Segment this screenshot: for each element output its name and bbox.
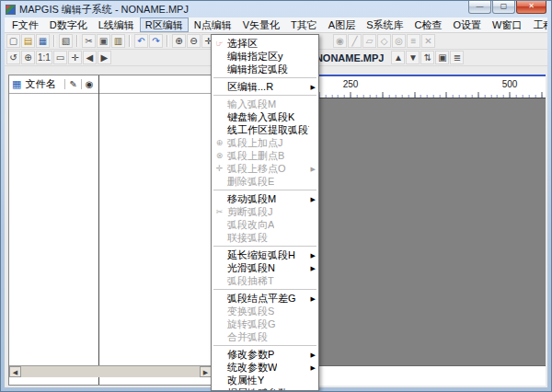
window-controls: —▢✕ <box>467 1 546 14</box>
zoom-in-tool-icon[interactable]: ⊕ <box>21 51 35 64</box>
menu-item-label: 剪断弧段J <box>227 205 273 219</box>
visibility-icon[interactable]: ◉ <box>81 79 98 89</box>
menu-item-label: 弧段上删点B <box>227 149 284 163</box>
menubar-item[interactable]: R区编辑 <box>140 17 189 32</box>
menu-separator <box>213 345 316 346</box>
attribute-icon: ≡ <box>407 34 420 48</box>
menubar-item[interactable]: L线编辑 <box>93 17 140 32</box>
menu-separator <box>213 77 316 78</box>
menu-item[interactable]: 据属性赋参数 <box>212 386 318 391</box>
menu-item[interactable]: 修改参数P▶ <box>212 348 318 361</box>
menubar-item[interactable]: N点编辑 <box>189 17 237 32</box>
pan-hand-icon[interactable]: ✛ <box>68 51 82 64</box>
column-divider <box>98 75 99 385</box>
zoom-out-icon[interactable]: ⊖ <box>187 34 201 48</box>
submenu-arrow-icon: ▶ <box>311 265 316 271</box>
redo-icon[interactable]: ↷ <box>149 34 163 48</box>
menu-item[interactable]: 编辑指定弧段 <box>212 63 318 75</box>
prev-view-icon[interactable]: ◀ <box>83 51 97 64</box>
menu-item-label: 统改参数W <box>227 361 277 375</box>
submenu-arrow-icon: ▶ <box>311 252 316 259</box>
minimize-button[interactable]: — <box>468 1 491 14</box>
project-title: NONAME.MPJ <box>316 52 385 63</box>
menubar-item[interactable]: S系统库 <box>361 17 408 32</box>
menu-separator <box>213 95 316 96</box>
open-file-icon[interactable]: ▤ <box>21 34 35 48</box>
undo-icon[interactable]: ↶ <box>134 34 148 48</box>
swap-layer-icon[interactable]: ⇅ <box>420 51 434 64</box>
scrollbar-track[interactable] <box>21 366 200 377</box>
paste-icon[interactable]: ▥ <box>111 34 125 48</box>
print-icon[interactable]: ▧ <box>59 34 73 48</box>
menubar-item[interactable]: V矢量化 <box>237 17 285 32</box>
menu-item[interactable]: 改属性Y <box>212 374 318 386</box>
titlebar[interactable]: MAPGIS 编辑子系统 - NONAME.MPJ —▢✕ <box>1 1 551 17</box>
move-point-icon: ✛ <box>212 164 227 173</box>
menubar-item[interactable]: T其它 <box>285 17 323 32</box>
cut-icon[interactable]: ✂ <box>82 34 96 48</box>
file-name-column-header[interactable]: 文件名 <box>25 77 55 91</box>
zoom-in-icon[interactable]: ⊕ <box>172 34 186 48</box>
restore-view-icon[interactable]: ↺ <box>6 51 20 64</box>
menu-item[interactable]: 线工作区提取弧段T <box>212 123 318 136</box>
close-button[interactable]: ✕ <box>516 1 546 14</box>
submenu-arrow-icon: ▶ <box>311 352 316 358</box>
menu-item-label: 线工作区提取弧段T <box>227 123 309 137</box>
project-tree-icon: ▦ <box>12 78 21 90</box>
menubar-item[interactable]: W窗口 <box>487 17 527 32</box>
menubar-item[interactable]: O设置 <box>447 17 487 32</box>
menu-item-label: 修改参数P <box>227 348 274 362</box>
project-bar: NONAME.MPJ ▲▼⇅▣≣ <box>316 51 465 64</box>
copy-icon[interactable]: ▣ <box>97 34 110 48</box>
menu-item[interactable]: 区编辑...R▶ <box>212 80 318 93</box>
menu-item[interactable]: 统改参数W▶ <box>212 361 318 374</box>
menubar-item[interactable]: F文件 <box>6 17 44 32</box>
file-list-header: ▦ 文件名 ✎ ◉ <box>9 75 212 94</box>
node-edit-icon: ◇ <box>377 34 391 48</box>
submenu-arrow-icon: ▶ <box>311 196 316 202</box>
layer-up-icon[interactable]: ▲ <box>391 51 405 64</box>
menu-item: 删除弧段E <box>212 175 318 188</box>
menu-item[interactable]: 延长缩短弧段H▶ <box>212 248 318 261</box>
menubar-item[interactable]: D数字化 <box>44 17 93 32</box>
menu-item[interactable]: ☞选择区 <box>212 37 318 50</box>
menu-item: 旋转弧段G <box>212 317 318 330</box>
app-logo-icon <box>6 5 16 15</box>
menu-item[interactable]: 编辑指定区y <box>212 50 318 63</box>
scroll-left-icon[interactable]: ◀ <box>9 366 21 377</box>
input-point-icon: ◉ <box>333 34 347 48</box>
toolbar-top-right: ◉╱▱◇◎≡✕ <box>333 34 435 48</box>
toolbar-view: ↺⊕1:1▭✛◀▶ <box>6 51 111 64</box>
new-file-icon[interactable]: ▢ <box>6 34 20 48</box>
edit-state-icon[interactable]: ✎ <box>64 79 80 89</box>
menu-item[interactable]: 移动弧段M▶ <box>212 192 318 205</box>
layer-detail-icon[interactable]: ≣ <box>450 51 464 64</box>
input-line-icon: ╱ <box>348 34 362 48</box>
menu-item-label: 删除弧段E <box>227 175 274 189</box>
menu-item[interactable]: 键盘输入弧段K <box>212 110 318 123</box>
menubar-item[interactable]: C检查 <box>408 17 447 32</box>
zoom-window-icon[interactable]: ▭ <box>53 51 67 64</box>
save-file-icon[interactable]: ▦ <box>36 34 50 48</box>
menubar-item[interactable]: 工程输出 <box>527 17 547 32</box>
ruler-label: 500 <box>502 79 518 89</box>
menu-item: 弧段改向A <box>212 218 318 231</box>
toolbar-separator <box>53 35 55 47</box>
ruler-label: 250 <box>343 79 359 89</box>
layer-down-icon[interactable]: ▼ <box>406 51 420 64</box>
menu-item: ⊗弧段上删点B <box>212 149 318 162</box>
next-view-icon[interactable]: ▶ <box>98 51 111 64</box>
menu-item[interactable]: 弧段结点平差G▶ <box>212 292 318 305</box>
window-title: MAPGIS 编辑子系统 - NONAME.MPJ <box>19 3 189 17</box>
maximize-button[interactable]: ▢ <box>492 1 515 14</box>
menu-item: 合并弧段 <box>212 330 318 343</box>
layer-list-icon[interactable]: ▣ <box>435 51 449 64</box>
menu-item-label: 合并弧段 <box>227 330 268 344</box>
state-column-headers: ✎ ◉ <box>64 79 97 89</box>
actual-size-icon[interactable]: 1:1 <box>36 51 52 64</box>
menu-item[interactable]: 光滑弧段N▶ <box>212 261 318 274</box>
menu-item-label: 移动弧段M <box>227 192 276 206</box>
menu-item-label: 延长缩短弧段H <box>227 248 295 262</box>
horizontal-scrollbar[interactable]: ◀ ▶ <box>9 365 212 377</box>
menubar-item[interactable]: A图层 <box>323 17 361 32</box>
